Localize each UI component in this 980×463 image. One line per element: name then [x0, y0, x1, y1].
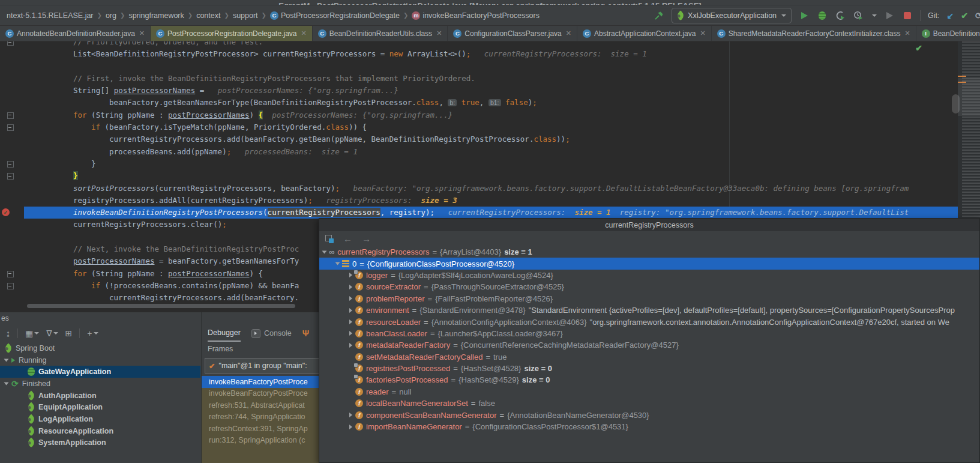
editor-tab[interactable]: CPostProcessorRegistrationDelegate.java✕ — [151, 26, 313, 41]
close-icon[interactable]: ✕ — [566, 29, 571, 37]
tab-console[interactable]: Console — [251, 325, 292, 341]
code-line[interactable]: } — [24, 158, 980, 170]
variable-row[interactable]: fregistriesPostProcessed={HashSet@4528}s… — [319, 363, 979, 374]
git-history-icon-clipped[interactable]: ⟳ — [975, 11, 980, 20]
fold-marker-icon[interactable] — [7, 271, 14, 277]
code-line[interactable]: registryProcessors.addAll(currentRegistr… — [24, 195, 980, 207]
breakpoint-icon[interactable]: ✓ — [2, 208, 10, 216]
chevron-icon[interactable] — [349, 331, 352, 336]
fold-marker-icon[interactable] — [7, 283, 14, 289]
chevron-icon[interactable] — [349, 343, 352, 348]
chevron-icon[interactable] — [4, 382, 9, 385]
profiler-flame-icon[interactable]: Ψ — [302, 328, 309, 338]
editor-tab[interactable]: IBeanDefinitionRegistryPos — [916, 26, 980, 41]
chevron-icon[interactable] — [349, 273, 352, 277]
breadcrumb-item[interactable]: CPostProcessorRegistrationDelegate — [268, 10, 401, 21]
run-tree-item[interactable]: Spring Boot — [0, 342, 200, 354]
fold-marker-icon[interactable] — [7, 124, 14, 131]
variable-row[interactable]: 0={ConfigurationClassPostProcessor@4520} — [319, 258, 979, 269]
code-line[interactable]: if (beanFactory.isTypeMatch(ppName, Prio… — [24, 121, 980, 133]
debug-button[interactable] — [817, 10, 828, 21]
code-line[interactable]: // First, invoke the BeanDefinitionRegis… — [24, 73, 980, 85]
editor-gutter[interactable]: ✓ — [0, 41, 24, 312]
profiler-button[interactable] — [853, 10, 864, 21]
code-line[interactable]: currentRegistryProcessors.add(beanFactor… — [24, 133, 980, 145]
forward-icon[interactable]: → — [362, 234, 371, 244]
chevron-icon[interactable] — [349, 285, 352, 289]
chevron-down-icon[interactable] — [872, 14, 877, 17]
code-line[interactable]: // PriorityOrdered, Ordered, and the res… — [24, 41, 980, 48]
build-hammer-icon[interactable] — [654, 10, 664, 21]
code-line[interactable]: sortPostProcessors(currentRegistryProces… — [24, 183, 980, 195]
minimap-visible-region[interactable] — [958, 78, 980, 116]
close-icon[interactable]: ✕ — [700, 29, 705, 37]
breadcrumb-item[interactable]: minvokeBeanFactoryPostProcessors — [410, 10, 541, 21]
minimap[interactable] — [958, 41, 980, 219]
variable-row[interactable]: fimportBeanNameGenerator={ConfigurationC… — [319, 421, 979, 432]
variable-row[interactable]: fsetMetadataReaderFactoryCalled=true — [319, 351, 979, 363]
editor-tab[interactable]: CConfigurationClassParser.java✕ — [448, 26, 577, 41]
run-tree-item[interactable]: EquiptApplication — [0, 401, 200, 413]
collapse-all-icon[interactable]: ↨ — [6, 328, 10, 338]
code-line[interactable]: List<BeanDefinitionRegistryPostProcessor… — [24, 48, 980, 60]
run-button[interactable] — [799, 10, 810, 21]
variable-row[interactable]: fbeanClassLoader={Launcher$AppClassLoade… — [319, 328, 979, 339]
fold-marker-icon[interactable] — [7, 41, 14, 46]
breadcrumb-item[interactable]: ntext-5.1.15.RELEASE.jar — [5, 10, 95, 21]
editor-tab[interactable]: CSharedMetadataReaderFactoryContextIniti… — [712, 26, 916, 41]
add-tab-icon[interactable]: ⊞ — [65, 328, 73, 338]
chevron-icon[interactable] — [349, 319, 352, 324]
fold-marker-icon[interactable] — [7, 173, 14, 180]
group-by-icon[interactable]: ▦ — [25, 328, 39, 338]
back-icon[interactable]: ← — [343, 234, 352, 244]
variable-row[interactable]: fmetadataReaderFactory={ConcurrentRefere… — [319, 339, 979, 351]
breadcrumb-item[interactable]: context — [194, 10, 222, 21]
git-commit-icon[interactable]: ✔ — [961, 11, 968, 20]
variable-row[interactable]: freader=null — [319, 386, 979, 398]
variable-row[interactable]: flogger={LogAdapter$Slf4jLocationAwareLo… — [319, 270, 979, 281]
variable-row[interactable]: fcomponentScanBeanNameGenerator={Annotat… — [319, 409, 979, 420]
stop-button[interactable] — [902, 10, 913, 21]
git-update-icon[interactable]: ↙ — [947, 11, 954, 20]
chevron-icon[interactable] — [349, 413, 352, 417]
code-line[interactable] — [24, 61, 980, 73]
close-icon[interactable]: ✕ — [436, 29, 442, 37]
breadcrumb-item[interactable]: springframework — [127, 10, 185, 21]
chevron-icon[interactable] — [349, 308, 352, 313]
inspections-ok-icon[interactable]: ✔ — [915, 43, 922, 53]
breadcrumb-item[interactable]: org — [104, 10, 118, 21]
close-icon[interactable]: ✕ — [904, 29, 910, 37]
variable-row[interactable]: ffactoriesPostProcessed={HashSet@4529}si… — [319, 374, 979, 386]
code-line[interactable]: String[] postProcessorNames = postProces… — [24, 85, 980, 97]
variable-row[interactable]: ∞currentRegistryProcessors={ArrayList@44… — [319, 246, 979, 258]
variable-row[interactable]: fsourceExtractor={PassThroughSourceExtra… — [319, 281, 979, 292]
run-tree-item[interactable]: AuthApplication — [0, 390, 200, 402]
editor-tab[interactable]: CAnnotatedBeanDefinitionReader.java✕ — [0, 26, 151, 41]
fold-marker-icon[interactable] — [7, 112, 14, 119]
run-tree-item[interactable]: Running — [0, 354, 200, 366]
editor-vertical-scrollbar[interactable] — [952, 94, 960, 113]
filter-icon[interactable]: ∇ — [46, 328, 58, 338]
editor-horizontal-scrollbar[interactable] — [27, 304, 295, 308]
run-tree-item[interactable]: ⟳Finished — [0, 378, 200, 390]
code-line[interactable]: for (String ppName : postProcessorNames)… — [24, 109, 980, 121]
variables-popup-header[interactable]: currentRegistryProcessors — [319, 219, 979, 231]
run-tree-item[interactable]: LogApplication — [0, 413, 200, 425]
chevron-icon[interactable] — [4, 359, 9, 362]
code-line[interactable]: } — [24, 170, 980, 182]
editor-tab[interactable]: CBeanDefinitionReaderUtils.class✕ — [313, 26, 448, 41]
variable-row[interactable]: flocalBeanNameGeneratorSet=false — [319, 398, 979, 409]
breadcrumb-item[interactable]: support — [231, 10, 260, 21]
chevron-icon[interactable] — [322, 250, 327, 253]
show-types-icon[interactable] — [325, 235, 334, 243]
run-tree-item[interactable]: ResourceApplication — [0, 425, 200, 437]
chevron-icon[interactable] — [335, 262, 340, 265]
add-service-icon[interactable]: + — [87, 328, 98, 338]
variable-row[interactable]: fresourceLoader={AnnotationConfigApplica… — [319, 316, 979, 327]
editor-tab[interactable]: CAbstractApplicationContext.java✕ — [577, 26, 712, 41]
tab-debugger[interactable]: Debugger — [208, 325, 241, 342]
code-line[interactable]: processedBeans.add(ppName); processedBea… — [24, 146, 980, 158]
run-tree-item[interactable]: GateWayApplication — [0, 366, 200, 378]
execution-line[interactable]: invokeBeanDefinitionRegistryPostProcesso… — [24, 207, 980, 219]
chevron-icon[interactable] — [349, 425, 352, 429]
